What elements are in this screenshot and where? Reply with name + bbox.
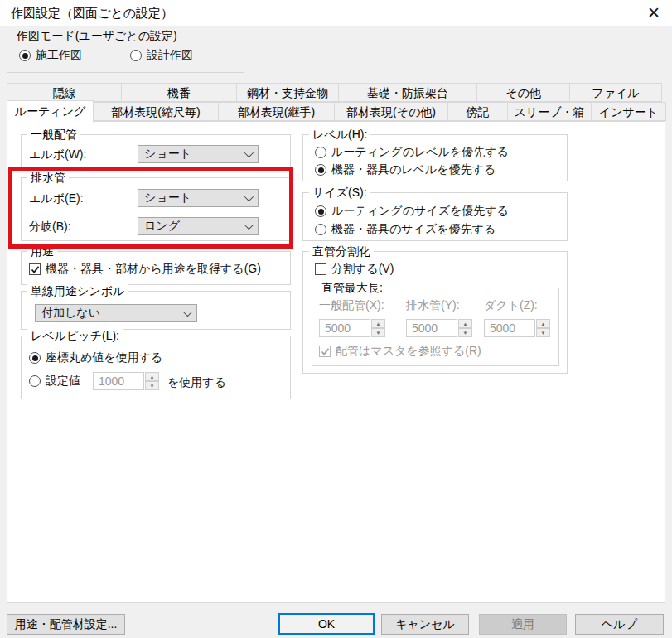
checkbox-icon — [319, 346, 331, 357]
radio-icon — [315, 147, 326, 158]
straight-pipe-split-legend: 直管分割化 — [309, 244, 374, 259]
spinner-up-icon: ▲ — [145, 372, 159, 381]
spinner-up-icon: ▲ — [458, 319, 472, 328]
chevron-down-icon — [244, 220, 254, 230]
radio-icon — [29, 375, 41, 387]
elbow-e-combobox[interactable]: ショート — [138, 189, 259, 207]
get-usage-checkbox[interactable]: 機器・器具・部材から用途を取得する(G) — [29, 262, 261, 277]
radio-construction-drawing[interactable]: 施工作図 — [19, 48, 82, 63]
drainage-piping-legend: 排水管 — [27, 171, 69, 186]
routing-tab-panel: 一般配管 エルボ(W): ショート 排水管 エルボ(E): ショート 分岐(B)… — [7, 121, 665, 603]
tab-sleeve-box[interactable]: スリーブ・箱 — [507, 102, 592, 121]
tab-insert[interactable]: インサート — [591, 102, 666, 121]
chevron-down-icon — [183, 307, 192, 317]
radio-icon — [29, 352, 41, 364]
general-piping-group: 一般配管 エルボ(W): ショート — [21, 134, 291, 171]
help-button[interactable]: ヘルプ — [575, 614, 664, 635]
spinner-up-icon: ▲ — [371, 319, 385, 328]
pitch-value-field: 1000 — [93, 372, 144, 390]
level-priority-group: レベル(H): ルーティングのレベルを優先する 機器・器具のレベルを優先する — [302, 134, 568, 181]
window-title: 作図設定（図面ごとの設定） — [11, 6, 173, 22]
radio-icon — [19, 50, 31, 61]
close-icon[interactable]: ✕ — [640, 2, 668, 24]
drainage-piping-group: 排水管 エルボ(E): ショート 分岐(B): ロング — [21, 177, 291, 241]
radio-use-rounded-coordinate[interactable]: 座標丸め値を使用する — [29, 350, 162, 365]
radio-label: 設定値 — [46, 374, 80, 389]
max-length-group: 直管最大長: 一般配管(X): 排水管(Y): ダクト(Z): 5000 ▲▼ … — [312, 288, 559, 366]
usage-legend: 用途 — [27, 244, 57, 259]
checkbox-label: 分割する(V) — [331, 262, 394, 277]
radio-label: 機器・器具のレベルを優先する — [331, 162, 496, 177]
spinner-down-icon: ▼ — [371, 328, 385, 337]
tab-other[interactable]: その他 — [476, 83, 570, 102]
tab-foundation[interactable]: 基礎・防振架台 — [338, 83, 477, 102]
single-line-symbol-legend: 単線用途シンボル — [27, 284, 128, 299]
radio-label: 施工作図 — [36, 48, 82, 63]
usage-group: 用途 機器・器具・部材から用途を取得する(G) — [21, 251, 291, 285]
radio-icon — [315, 164, 326, 176]
radio-routing-size-priority[interactable]: ルーティングのサイズを優先する — [315, 204, 509, 219]
radio-equipment-level-priority[interactable]: 機器・器具のレベルを優先する — [315, 162, 496, 177]
ok-button[interactable]: OK — [278, 613, 375, 635]
elbow-w-combobox[interactable]: ショート — [138, 145, 259, 163]
checkbox-label: 機器・器具・部材から用途を取得する(G) — [46, 262, 261, 277]
combobox-value: ショート — [144, 147, 191, 162]
radio-label: ルーティングのサイズを優先する — [331, 204, 509, 219]
spinner-up-icon: ▲ — [536, 319, 550, 328]
max-length-legend: 直管最大長: — [318, 281, 386, 296]
straight-pipe-split-group: 直管分割化 分割する(V) 直管最大長: 一般配管(X): 排水管(Y): ダク… — [302, 251, 568, 374]
tab-annotation[interactable]: 傍記 — [447, 102, 508, 121]
chevron-down-icon — [244, 192, 254, 201]
size-priority-group: サイズ(S): ルーティングのサイズを優先する 機器・器具のサイズを優先する — [302, 192, 568, 241]
radio-routing-level-priority[interactable]: ルーティングのレベルを優先する — [315, 145, 509, 160]
tab-member-scale[interactable]: 部材表現(縮尺毎) — [93, 102, 219, 121]
single-line-symbol-combobox[interactable]: 付加しない — [35, 304, 197, 322]
radio-use-set-value[interactable]: 設定値 — [29, 374, 80, 389]
cancel-button[interactable]: キャンセル — [381, 614, 469, 635]
split-checkbox[interactable]: 分割する(V) — [315, 262, 394, 277]
tab-file[interactable]: ファイル — [569, 83, 662, 102]
tab-machine-number[interactable]: 機番 — [121, 83, 237, 102]
general-piping-x-label: 一般配管(X): — [319, 298, 384, 313]
elbow-e-label: エルボ(E): — [29, 191, 84, 206]
level-pitch-group: レベルピッチ(L): 座標丸め値を使用する 設定値 1000 ▲ ▼ を使用する — [21, 336, 291, 399]
drawing-settings-dialog: { "window": { "title": "作図設定（図面ごとの設定）", … — [0, 0, 672, 638]
duct-z-label: ダクト(Z): — [484, 298, 538, 313]
radio-label: ルーティングのレベルを優先する — [331, 145, 509, 160]
radio-equipment-size-priority[interactable]: 機器・器具のサイズを優先する — [315, 222, 496, 237]
apply-button: 適用 — [479, 614, 567, 635]
max-length-x-field: 5000 — [319, 319, 370, 337]
checkbox-label: 配管はマスタを参照する(R) — [336, 344, 481, 359]
radio-design-drawing[interactable]: 設計作図 — [130, 48, 193, 63]
drainage-y-label: 排水管(Y): — [406, 298, 460, 313]
usage-pipe-material-settings-button[interactable]: 用途・配管材設定... — [7, 614, 125, 635]
max-length-y-spinner: 5000 ▲▼ — [406, 319, 472, 337]
chevron-down-icon — [244, 148, 254, 157]
tab-steel-supports[interactable]: 鋼材・支持金物 — [236, 83, 339, 102]
pitch-value-spinner: 1000 ▲ ▼ — [93, 372, 159, 390]
spinner-down-icon: ▼ — [145, 381, 159, 390]
max-length-z-spinner: 5000 ▲▼ — [484, 319, 550, 337]
radio-label: 座標丸め値を使用する — [46, 350, 162, 365]
radio-icon — [130, 50, 142, 61]
radio-icon — [315, 205, 326, 217]
radio-label: 設計作図 — [147, 48, 193, 63]
single-line-symbol-group: 単線用途シンボル 付加しない — [21, 291, 291, 330]
combobox-value: ロング — [144, 219, 180, 234]
tab-routing[interactable]: ルーティング — [7, 100, 94, 123]
checkbox-icon — [315, 263, 326, 275]
tab-member-other[interactable]: 部材表現(その他) — [334, 102, 448, 121]
tab-row-1: 隠線 機番 鋼材・支持金物 基礎・防振架台 その他 ファイル — [7, 83, 661, 102]
max-length-x-spinner: 5000 ▲▼ — [319, 319, 385, 337]
branch-b-combobox[interactable]: ロング — [138, 217, 259, 235]
radio-label: 機器・器具のサイズを優先する — [331, 222, 496, 237]
level-priority-legend: レベル(H): — [309, 128, 370, 143]
elbow-w-label: エルボ(W): — [29, 147, 86, 162]
tab-member-joint[interactable]: 部材表現(継手) — [218, 102, 335, 121]
max-length-y-field: 5000 — [406, 319, 457, 337]
spinner-down-icon: ▼ — [458, 328, 472, 337]
tab-hidden-line[interactable]: 隠線 — [7, 83, 122, 102]
branch-b-label: 分岐(B): — [29, 220, 71, 234]
title-bar: 作図設定（図面ごとの設定） ✕ — [0, 0, 672, 26]
combobox-value: ショート — [144, 191, 191, 205]
